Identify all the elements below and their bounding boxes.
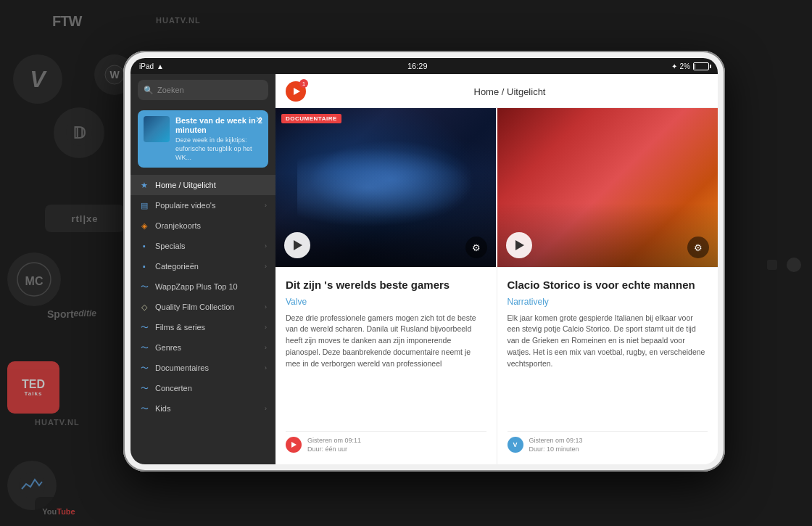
- battery-indicator: [693, 62, 709, 70]
- statusbar-time: 16:29: [407, 62, 428, 70]
- article-card-2[interactable]: Clacio Storico is voor echte mannen Narr…: [497, 268, 718, 464]
- settings-button-2[interactable]: ⚙: [687, 237, 709, 258]
- folder-icon-1: ▪: [139, 241, 149, 251]
- video-cards-container: DOCUMENTAIRE ⚙: [276, 108, 718, 268]
- video-card-2[interactable]: ⚙: [496, 108, 718, 267]
- play-logo-triangle: [294, 88, 300, 95]
- chevron-right-icon-5: ›: [265, 324, 267, 331]
- huatv-logo-top: HUATV.NL: [156, 16, 201, 25]
- star-icon: ★: [139, 180, 149, 190]
- v-logo: V: [13, 54, 62, 104]
- chevron-right-icon-8: ›: [265, 405, 267, 412]
- article-source-1: Valve: [286, 297, 486, 307]
- article-source-2: Narratively: [508, 297, 708, 307]
- sidebar-item-specials[interactable]: ▪ Specials ›: [130, 236, 276, 256]
- sports-gradient: [497, 203, 718, 267]
- svg-point-6: [19, 472, 45, 498]
- article-duration-2: Duur: 10 minuten: [529, 445, 583, 454]
- article-time-1: Gisteren om 09:11: [307, 436, 361, 445]
- documentary-badge: DOCUMENTAIRE: [281, 114, 341, 123]
- nav-items: ★ Home / Uitgelicht ▤ Populaire video's …: [130, 172, 276, 464]
- svg-text:W: W: [109, 69, 120, 81]
- sidebar-item-home-label: Home / Uitgelicht: [155, 181, 267, 189]
- orange-icon: ◈: [139, 221, 149, 231]
- sidebar-item-genres-label: Genres: [155, 343, 259, 352]
- wave-icon-5: 〜: [139, 383, 149, 393]
- chevron-right-icon-6: ›: [265, 344, 267, 351]
- wave-icon-2: 〜: [139, 322, 149, 332]
- sidebar-item-films-label: Films & series: [155, 323, 259, 332]
- statusbar-left: iPad ▲: [139, 62, 164, 70]
- article-meta-1: Gisteren om 09:11 Duur: één uur: [307, 436, 361, 454]
- folder-icon-2: ▪: [139, 261, 149, 271]
- ftw-logo: FTW: [52, 13, 81, 30]
- sport-editie-logo: Sport editie: [47, 308, 96, 321]
- sidebar-item-wappzapp[interactable]: 〜 WappZapp Plus Top 10: [130, 276, 276, 297]
- footer-play-icon-1: [291, 442, 297, 448]
- app-content: 🔍 Zoeken Beste van de week in 2 minuten …: [130, 74, 718, 464]
- play-triangle-2: [515, 240, 524, 250]
- sidebar-item-quality-film-label: Quality Film Collection: [155, 303, 259, 311]
- chevron-right-icon-4: ›: [265, 303, 267, 311]
- sidebar-item-documentaires[interactable]: 〜 Documentaires ›: [130, 358, 276, 378]
- sidebar-item-kids[interactable]: 〜 Kids ›: [130, 398, 276, 419]
- sidebar-item-oranjekoorts[interactable]: ◈ Oranjekoorts: [130, 215, 276, 236]
- sidebar-item-kids-label: Kids: [155, 404, 259, 413]
- sidebar-item-specials-label: Specials: [155, 242, 259, 250]
- wave-icon-3: 〜: [139, 342, 149, 353]
- notification-close-button[interactable]: ✕: [255, 115, 262, 125]
- settings-button-1[interactable]: ⚙: [465, 237, 487, 258]
- notification-image: [144, 116, 170, 142]
- breadcrumb: Home / Uitgelicht: [312, 86, 708, 97]
- notification-badge: 1: [299, 79, 308, 88]
- sidebar-item-oranjekoorts-label: Oranjekoorts: [155, 221, 267, 230]
- sidebar-item-quality-film[interactable]: ◇ Quality Film Collection ›: [130, 297, 276, 317]
- sidebar-item-categorieen[interactable]: ▪ Categorieën ›: [130, 256, 276, 276]
- monitor-glow: [297, 148, 473, 228]
- play-button-1[interactable]: [284, 232, 310, 258]
- article-meta-2: Gisteren om 09:13 Duur: 10 minuten: [529, 436, 583, 454]
- svg-point-2: [66, 120, 92, 146]
- chart-icon: ▤: [139, 200, 149, 210]
- article-body-1: Deze drie professionele gamers mogen zic…: [286, 313, 486, 370]
- sidebar-item-home[interactable]: ★ Home / Uitgelicht: [130, 175, 276, 195]
- devil-icon: 𝔻: [54, 107, 104, 158]
- chart-circle-icon: [7, 461, 57, 510]
- chevron-right-icon: ›: [265, 202, 267, 209]
- svg-point-4: [17, 263, 51, 296]
- dot-2: [767, 260, 777, 270]
- notification-title: Beste van de week in 2 minuten: [175, 116, 262, 135]
- article-cards: Dit zijn 's werelds beste gamers Valve D…: [276, 268, 718, 464]
- diamond-icon: ◇: [139, 302, 149, 312]
- notification-banner[interactable]: Beste van de week in 2 minuten Deze week…: [138, 110, 268, 168]
- notification-thumbnail: [144, 116, 170, 142]
- play-button-2[interactable]: [506, 232, 532, 258]
- wave-icon-6: 〜: [139, 403, 149, 414]
- article-footer-1: Gisteren om 09:11 Duur: één uur: [286, 431, 486, 454]
- article-time-2: Gisteren om 09:13: [529, 436, 583, 445]
- article-duration-1: Duur: één uur: [307, 445, 361, 454]
- footer-v-icon: V: [513, 441, 517, 448]
- content-header: 1 Home / Uitgelicht: [276, 74, 718, 108]
- sidebar-item-concerten-label: Concerten: [155, 384, 267, 393]
- mc-logo: MC: [7, 252, 61, 306]
- sidebar-item-concerten[interactable]: 〜 Concerten: [130, 378, 276, 398]
- sidebar-item-films[interactable]: 〜 Films & series ›: [130, 317, 276, 337]
- sidebar-item-populaire[interactable]: ▤ Populaire video's ›: [130, 195, 276, 215]
- wifi-icon: ▲: [157, 62, 164, 70]
- video-card-1[interactable]: DOCUMENTAIRE ⚙: [276, 108, 496, 267]
- svg-text:𝔻: 𝔻: [72, 124, 86, 142]
- sidebar-item-categorieen-label: Categorieën: [155, 262, 259, 271]
- sidebar-item-populaire-label: Populaire video's: [155, 201, 259, 210]
- ted-talks-logo: TED Talks: [7, 361, 59, 414]
- battery-pct: 2%: [680, 62, 690, 70]
- chevron-right-icon-3: ›: [265, 263, 267, 270]
- sidebar-item-genres[interactable]: 〜 Genres ›: [130, 337, 276, 358]
- search-bar[interactable]: 🔍 Zoeken: [138, 80, 268, 100]
- youtube-icon: YouTube: [35, 497, 83, 526]
- article-card-1[interactable]: Dit zijn 's werelds beste gamers Valve D…: [276, 268, 497, 464]
- sidebar-item-documentaires-label: Documentaires: [155, 363, 259, 372]
- notification-text: Beste van de week in 2 minuten Deze week…: [175, 116, 262, 162]
- search-input-placeholder: Zoeken: [157, 86, 184, 94]
- wave-icon-1: 〜: [139, 282, 149, 292]
